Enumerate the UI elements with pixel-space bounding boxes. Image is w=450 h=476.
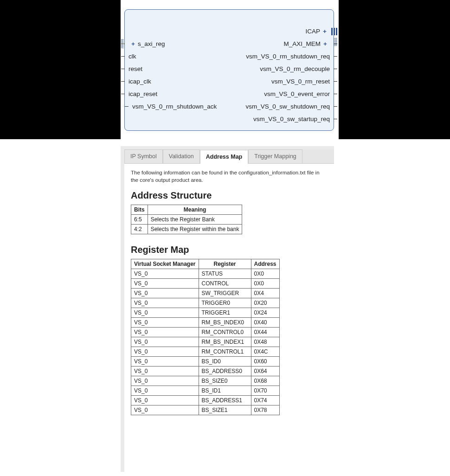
expand-plus-icon[interactable]: + — [322, 28, 328, 35]
tab-address-map[interactable]: Address Map — [200, 150, 249, 164]
cell-bits: 6:5 — [131, 215, 148, 225]
cell-address: 0X78 — [251, 405, 279, 415]
port-stub — [334, 106, 337, 107]
table-row[interactable]: VS_0CONTROL0X0 — [131, 279, 280, 289]
table-header: Bits — [131, 205, 148, 215]
port-stub — [334, 44, 337, 44]
cell-vsm: VS_0 — [131, 386, 199, 396]
cell-meaning: Selects the Register within the bank — [148, 225, 242, 234]
cell-register: RM_BS_INDEX1 — [199, 337, 251, 347]
intro-text: The following information can be found i… — [131, 169, 328, 184]
cell-vsm: VS_0 — [131, 337, 199, 347]
icap-bus-icon — [331, 28, 337, 35]
cell-register: TRIGGER1 — [199, 308, 251, 318]
table-row[interactable]: VS_0RM_CONTROL10X4C — [131, 347, 280, 357]
cell-register: RM_CONTROL0 — [199, 328, 251, 337]
cell-address: 0X74 — [251, 396, 279, 405]
table-row[interactable]: VS_0TRIGGER00X20 — [131, 298, 280, 308]
ip-port-row: M_AXI_MEM+ — [213, 38, 334, 50]
cell-vsm: VS_0 — [131, 269, 199, 279]
port-label[interactable]: vsm_VS_0_event_error — [264, 90, 330, 97]
port-label[interactable]: vsm_VS_0_sw_startup_req — [253, 116, 330, 122]
port-label[interactable]: reset — [129, 65, 142, 72]
section-heading-address-structure: Address Structure — [131, 190, 328, 201]
cell-address: 0X70 — [251, 386, 279, 396]
cell-address: 0X44 — [251, 328, 279, 337]
port-stub — [334, 69, 337, 69]
port-label[interactable]: s_axi_reg — [138, 40, 165, 47]
table-row[interactable]: VS_0RM_BS_INDEX10X48 — [131, 337, 280, 347]
port-label[interactable]: icap_reset — [129, 90, 157, 97]
cell-register: STATUS — [199, 269, 251, 279]
cell-vsm: VS_0 — [131, 308, 199, 318]
cell-vsm: VS_0 — [131, 328, 199, 337]
cell-register: BS_ADDRESS1 — [199, 396, 251, 405]
port-label[interactable]: vsm_VS_0_rm_decouple — [260, 65, 330, 72]
cell-vsm: VS_0 — [131, 376, 199, 386]
cell-vsm: VS_0 — [131, 347, 199, 357]
register-map-table: Virtual Socket ManagerRegisterAddress VS… — [131, 259, 280, 415]
cell-register: BS_ID1 — [199, 386, 251, 396]
ip-port-row: vsm_VS_0_rm_decouple — [213, 63, 334, 75]
tab-trigger-mapping[interactable]: Trigger Mapping — [248, 149, 302, 163]
port-label[interactable]: vsm_VS_0_rm_reset — [271, 78, 330, 85]
port-label[interactable]: vsm_VS_0_sw_shutdown_req — [245, 103, 330, 110]
table-row[interactable]: VS_0STATUS0X0 — [131, 269, 280, 279]
cell-address: 0X0 — [251, 279, 279, 289]
cell-vsm: VS_0 — [131, 367, 199, 376]
port-stub — [121, 56, 125, 57]
table-header: Meaning — [148, 205, 242, 215]
expand-plus-icon[interactable]: + — [322, 40, 328, 47]
port-stub — [334, 94, 337, 94]
table-row[interactable]: VS_0BS_ID10X70 — [131, 386, 280, 396]
cell-register: BS_ADDRESS0 — [199, 367, 251, 376]
table-row[interactable]: VS_0BS_ID00X60 — [131, 357, 280, 367]
cell-register: BS_SIZE0 — [199, 376, 251, 386]
expand-plus-icon[interactable]: + — [130, 40, 136, 47]
tab-content-address-map: The following information can be found i… — [124, 164, 334, 426]
table-row[interactable]: VS_0TRIGGER10X24 — [131, 308, 280, 318]
cell-vsm: VS_0 — [131, 289, 199, 298]
cell-bits: 4:2 — [131, 225, 148, 234]
table-row[interactable]: VS_0SW_TRIGGER0X4 — [131, 289, 280, 298]
ip-block[interactable]: +s_axi_regclkreseticap_clkicap_reset ICA… — [124, 9, 334, 131]
cell-vsm: VS_0 — [131, 279, 199, 289]
table-header: Address — [251, 259, 279, 269]
cell-vsm: VS_0 — [131, 318, 199, 328]
cell-register: CONTROL — [199, 279, 251, 289]
table-row[interactable]: VS_0RM_CONTROL00X44 — [131, 328, 280, 337]
cell-address: 0X60 — [251, 357, 279, 367]
cell-address: 0X4 — [251, 289, 279, 298]
table-row[interactable]: VS_0BS_ADDRESS10X74 — [131, 396, 280, 405]
tab-validation[interactable]: Validation — [163, 149, 200, 163]
ip-port-row: vsm_VS_0_rm_shutdown_req — [213, 50, 334, 63]
cell-register: RM_CONTROL1 — [199, 347, 251, 357]
cell-register: BS_SIZE1 — [199, 405, 251, 415]
ip-port-row: vsm_VS_0_event_error — [213, 88, 334, 100]
port-label[interactable]: icap_clk — [129, 78, 151, 85]
port-stub — [125, 106, 129, 107]
tab-ip-symbol[interactable]: IP Symbol — [124, 149, 163, 163]
port-stub — [121, 69, 125, 69]
port-stub — [121, 94, 125, 94]
table-row[interactable]: VS_0BS_SIZE10X78 — [131, 405, 280, 415]
port-label[interactable]: vsm_VS_0_rm_shutdown_req — [246, 53, 330, 60]
cell-address: 0X20 — [251, 298, 279, 308]
ip-port-row: vsm_VS_0_rm_reset — [213, 75, 334, 88]
table-row[interactable]: VS_0BS_ADDRESS00X64 — [131, 367, 280, 376]
port-label[interactable]: ICAP — [305, 28, 320, 35]
table-row[interactable]: VS_0RM_BS_INDEX00X40 — [131, 318, 280, 328]
port-label[interactable]: M_AXI_MEM — [283, 40, 321, 47]
port-stub — [334, 56, 337, 57]
cell-meaning: Selects the Register Bank — [148, 215, 242, 225]
table-row[interactable]: VS_0BS_SIZE00X68 — [131, 376, 280, 386]
port-label[interactable]: vsm_VS_0_rm_shutdown_ack — [132, 103, 217, 110]
ip-port-row: ICAP+ — [213, 25, 334, 38]
port-label[interactable]: clk — [129, 53, 136, 60]
table-row: 6:5Selects the Register Bank — [131, 215, 242, 225]
cell-register: TRIGGER0 — [199, 298, 251, 308]
port-stub — [121, 44, 125, 44]
cell-address: 0X40 — [251, 318, 279, 328]
ip-bottom-row: vsm_VS_0_rm_shutdown_ack vsm_VS_0_sw_shu… — [125, 100, 334, 113]
bus-connector-dots-right — [334, 38, 337, 46]
